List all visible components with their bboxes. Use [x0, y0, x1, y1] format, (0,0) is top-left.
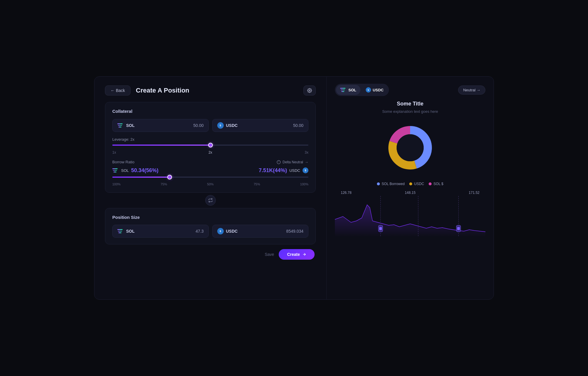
borrow-mark-2: 50%	[207, 182, 213, 186]
sol-collateral-value: 50.00	[193, 123, 203, 128]
borrow-mark-0: 100%	[112, 182, 121, 186]
sol-tab-icon	[340, 87, 347, 93]
borrow-mark-4: 100%	[300, 182, 308, 186]
borrow-values: SOL 50.34(56%) 7.51K(44%) USDC $	[112, 167, 308, 174]
legend-sol-borrowed: SOL Borrowed	[377, 182, 405, 186]
sol-position-label: SOL	[117, 228, 135, 234]
line-chart-section: 126.78 148.15 171.52	[335, 191, 485, 292]
leverage-label: Leverage: 2x	[112, 137, 308, 142]
leverage-fill	[112, 145, 211, 146]
svg-rect-11	[379, 227, 382, 230]
price-label-0: 126.78	[341, 191, 352, 195]
header-left: ← Back Create A Position	[105, 85, 189, 95]
borrow-title: Borrow Ratio	[112, 160, 134, 164]
left-panel: ← Back Create A Position Collateral	[94, 77, 327, 299]
price-labels-row: 126.78 148.15 171.52	[335, 191, 485, 195]
header-row: ← Back Create A Position	[105, 85, 316, 95]
legend-label-usdc: USDC	[414, 182, 424, 186]
borrow-left: SOL 50.34(56%)	[112, 167, 158, 174]
leverage-mark-2x: 2x	[208, 150, 212, 155]
chart-subtitle: Some explanation text goes here	[382, 109, 438, 114]
sol-borrow-value: 50.34(56%)	[131, 167, 158, 174]
borrow-right: 7.51K(44%) USDC $	[259, 167, 308, 174]
token-tabs: SOL $ USDC	[335, 84, 389, 96]
sol-borrow-icon	[112, 167, 119, 174]
legend-label-sol-dollar: SOL $	[433, 182, 443, 186]
usdc-collateral-value: 50.00	[293, 123, 303, 128]
app-container: ← Back Create A Position Collateral	[94, 76, 494, 300]
borrow-marks: 100% 75% 50% 75% 100%	[112, 182, 308, 186]
action-row: Save Create	[105, 249, 316, 260]
usdc-tab-icon: $	[366, 87, 371, 93]
legend-label-sol-borrowed: SOL Borrowed	[382, 182, 405, 186]
borrow-slider-wrap	[112, 177, 308, 178]
usdc-borrow-icon: $	[303, 167, 308, 173]
leverage-slider-wrap	[112, 145, 308, 146]
right-header: SOL $ USDC Neutral →	[335, 84, 485, 96]
sol-token-label: SOL	[117, 122, 135, 129]
tab-sol[interactable]: SOL	[336, 85, 360, 95]
gear-icon	[307, 88, 312, 93]
chart-title: Some Title	[397, 101, 424, 107]
legend-usdc: USDC	[409, 182, 424, 186]
chart-section: Some Title Some explanation text goes he…	[335, 101, 485, 114]
create-button[interactable]: Create	[279, 249, 315, 260]
line-chart-svg	[335, 196, 485, 237]
usdc-borrow-value: 7.51K(44%)	[259, 167, 287, 174]
usdc-icon: $	[217, 122, 224, 129]
sol-icon	[117, 122, 124, 129]
leverage-marks: 1x 2x 3x	[112, 150, 308, 155]
usdc-position-icon: $	[217, 228, 224, 234]
neutral-button[interactable]: Neutral →	[458, 85, 485, 95]
tab-usdc-label: USDC	[373, 88, 384, 92]
leverage-mark-3x: 3x	[305, 150, 308, 155]
price-label-2: 171.52	[469, 191, 480, 195]
line-chart-canvas	[335, 196, 485, 237]
save-button[interactable]: Save	[265, 252, 274, 257]
borrow-thumb[interactable]	[167, 175, 172, 179]
sol-position-input[interactable]: SOL 47.3	[112, 225, 209, 238]
collateral-token-row: SOL 50.00 $ USDC 50.00	[112, 119, 308, 132]
borrow-header: Borrow Ratio Delta Neutral →	[112, 160, 308, 164]
usdc-collateral-input[interactable]: $ USDC 50.00	[212, 119, 309, 132]
usdc-position-value: 8549.034	[286, 229, 303, 234]
leverage-thumb[interactable]	[208, 143, 213, 147]
sol-position-value: 47.3	[196, 229, 203, 234]
back-button[interactable]: ← Back	[105, 85, 131, 95]
usdc-position-input[interactable]: $ USDC 8549.034	[212, 225, 309, 238]
settings-button[interactable]	[303, 85, 316, 95]
borrow-section: Borrow Ratio Delta Neutral →	[112, 160, 308, 186]
usdc-position-label: $ USDC	[217, 228, 238, 234]
usdc-token-label: $ USDC	[217, 122, 238, 129]
legend-dot-usdc	[409, 182, 412, 185]
sol-collateral-input[interactable]: SOL 50.00	[112, 119, 209, 132]
svg-rect-13	[457, 227, 460, 230]
borrow-track	[112, 177, 308, 178]
position-size-title: Position Size	[112, 215, 140, 220]
legend-dot-sol-dollar	[429, 182, 432, 185]
right-panel: SOL $ USDC Neutral → Some Title Some exp…	[327, 77, 494, 299]
delta-neutral-button[interactable]: Delta Neutral →	[277, 160, 308, 164]
donut-chart-wrap	[335, 118, 485, 177]
leverage-track	[112, 145, 308, 146]
swap-button[interactable]	[205, 195, 216, 206]
leverage-section: Leverage: 2x 1x 2x 3x	[112, 137, 308, 155]
legend-dot-sol-borrowed	[377, 182, 380, 185]
borrow-mark-3: 75%	[254, 182, 260, 186]
tab-sol-label: SOL	[348, 88, 356, 92]
svg-point-0	[309, 90, 310, 91]
swap-icon-wrap	[105, 195, 316, 206]
borrow-mark-1: 75%	[161, 182, 167, 186]
usdc-borrow-label: USDC	[289, 168, 300, 173]
legend-sol-dollar: SOL $	[429, 182, 443, 186]
svg-point-9	[397, 134, 424, 161]
tab-usdc[interactable]: $ USDC	[362, 85, 388, 95]
sol-position-icon	[117, 228, 124, 234]
collateral-card: Collateral SOL 50.00	[105, 102, 316, 193]
page-title: Create A Position	[136, 87, 189, 94]
collateral-title: Collateral	[112, 109, 308, 114]
arrow-right-icon	[302, 252, 306, 256]
position-size-card: Position Size SOL 47.3	[105, 208, 316, 244]
price-label-1: 148.15	[405, 191, 416, 195]
borrow-fill	[112, 177, 171, 178]
